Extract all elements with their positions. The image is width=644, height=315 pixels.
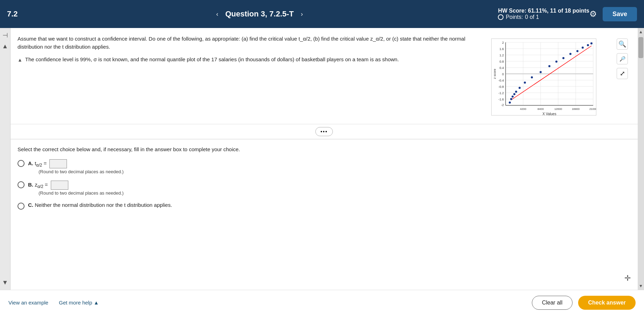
choice-a-prefix: A. [28, 160, 35, 166]
scroll-top-arrow[interactable]: ▲ [639, 28, 643, 36]
footer-right: Clear all Check answer [532, 296, 636, 310]
question-instruction: Assume that we want to construct a confi… [18, 35, 481, 51]
footer-left: View an example Get more help ▲ [8, 300, 99, 306]
zoom-out-icon[interactable]: 🔎 [617, 53, 628, 64]
svg-text:4200: 4200 [520, 107, 526, 111]
choice-c-prefix: C. [28, 202, 35, 208]
score-section: HW Score: 61.11%, 11 of 18 points Points… [498, 8, 589, 20]
question-panel: Assume that we want to construct a confi… [11, 28, 638, 290]
svg-text:16800: 16800 [572, 107, 580, 111]
svg-text:21000: 21000 [589, 107, 596, 111]
svg-text:z score: z score [493, 69, 496, 79]
svg-text:1.6: 1.6 [499, 47, 504, 51]
settings-icon[interactable]: ⚙ [589, 9, 597, 19]
svg-point-52 [590, 42, 592, 44]
section-label: 7.2 [7, 9, 35, 19]
t-alpha-subscript: α/2 [36, 163, 42, 168]
scroll-thumb[interactable] [638, 37, 643, 58]
save-button[interactable]: Save [603, 7, 637, 21]
svg-text:2: 2 [502, 41, 504, 44]
svg-line-35 [511, 46, 591, 100]
points-circle-icon [498, 14, 503, 20]
divider-section: ••• [11, 124, 638, 139]
svg-text:-0.8: -0.8 [498, 85, 504, 89]
triangle-marker-icon: ▲ [18, 56, 22, 64]
quantile-plot-chart: 2 1.6 1.2 0.8 0.4 0 -0.4 -0.8 -1.2 -1.6 … [491, 38, 596, 115]
radio-c[interactable] [18, 203, 25, 210]
svg-point-37 [510, 98, 512, 100]
svg-point-48 [569, 53, 571, 55]
prev-question-arrow[interactable]: ‹ [213, 9, 221, 19]
answer-instruction: Select the correct choice below and, if … [18, 146, 631, 152]
left-sidebar: ⊣ ▲ ▼ [0, 28, 11, 290]
question-condition: ▲ The confidence level is 99%, σ is not … [18, 56, 481, 64]
chart-container: 2 1.6 1.2 0.8 0.4 0 -0.4 -0.8 -1.2 -1.6 … [488, 35, 607, 120]
question-text-area: Assume that we want to construct a confi… [18, 35, 481, 120]
choice-b-label: B. zα/2 = [28, 182, 70, 188]
scroll-up-icon[interactable]: ▲ [2, 43, 8, 50]
svg-point-42 [524, 82, 526, 84]
svg-text:12600: 12600 [554, 107, 562, 111]
svg-text:-0.4: -0.4 [498, 79, 504, 82]
view-example-link[interactable]: View an example [8, 300, 48, 306]
radio-b[interactable] [18, 181, 25, 188]
choice-a-label: A. tα/2 = [28, 160, 68, 166]
svg-point-40 [515, 91, 517, 93]
choice-b-content: B. zα/2 = (Round to two decimal places a… [28, 181, 124, 196]
right-scrollbar: ▲ ▼ [638, 28, 644, 290]
choice-a-content: A. tα/2 = (Round to two decimal places a… [28, 159, 124, 174]
choice-b: B. zα/2 = (Round to two decimal places a… [18, 181, 631, 196]
clear-all-button[interactable]: Clear all [532, 296, 573, 310]
choice-c: C. Neither the normal distribution nor t… [18, 202, 631, 210]
header-right: ⚙ Save [589, 7, 637, 21]
zoom-in-icon[interactable]: 🔍 [617, 38, 628, 50]
move-icon[interactable]: ✛ [624, 274, 631, 283]
z-alpha-subscript: α/2 [37, 184, 43, 189]
choice-c-label: C. Neither the normal distribution nor t… [28, 202, 172, 208]
expand-icon[interactable]: ⤢ [617, 68, 628, 79]
svg-point-47 [562, 57, 564, 59]
points: Points: 0 of 1 [498, 14, 539, 20]
right-action-icons: 🔍 🔎 ⤢ [614, 35, 631, 120]
svg-point-44 [540, 71, 542, 73]
check-answer-button[interactable]: Check answer [578, 296, 636, 310]
svg-point-36 [509, 102, 511, 104]
footer: View an example Get more help ▲ Clear al… [0, 290, 644, 315]
choice-b-prefix: B. [28, 182, 35, 188]
hw-score: HW Score: 61.11%, 11 of 18 points [498, 8, 589, 14]
svg-text:-1.2: -1.2 [498, 91, 504, 95]
svg-text:-2: -2 [501, 103, 504, 107]
svg-point-41 [519, 87, 521, 89]
svg-point-38 [512, 96, 514, 98]
next-question-arrow[interactable]: › [298, 9, 306, 19]
scroll-bottom-arrow[interactable]: ▼ [639, 282, 643, 290]
svg-point-49 [576, 50, 578, 52]
svg-point-50 [582, 47, 584, 49]
svg-text:0.4: 0.4 [499, 66, 504, 70]
choice-a-hint: (Round to two decimal places as needed.) [39, 169, 124, 174]
content-area: ⊣ ▲ ▼ Assume that we want to construct a… [0, 28, 644, 290]
scroll-down-icon[interactable]: ▼ [2, 279, 8, 286]
svg-text:-1.6: -1.6 [498, 98, 504, 101]
choice-b-hint: (Round to two decimal places as needed.) [39, 190, 124, 196]
svg-text:0.8: 0.8 [499, 60, 504, 63]
svg-point-43 [531, 76, 533, 78]
svg-text:0: 0 [502, 72, 504, 76]
svg-point-46 [555, 61, 557, 63]
radio-a[interactable] [18, 160, 25, 167]
svg-text:1.2: 1.2 [499, 54, 504, 57]
answer-section: Select the correct choice below and, if … [11, 139, 638, 290]
expand-dots-button[interactable]: ••• [315, 127, 333, 136]
main-container: 7.2 ‹ Question 3, 7.2.5-T › HW Score: 61… [0, 0, 644, 315]
first-page-icon[interactable]: ⊣ [2, 31, 8, 39]
question-top: Assume that we want to construct a confi… [11, 28, 638, 124]
header-nav: ‹ Question 3, 7.2.5-T › [35, 9, 484, 19]
svg-point-45 [548, 65, 550, 67]
choice-a-input[interactable] [49, 159, 67, 168]
get-more-help-link[interactable]: Get more help ▲ [59, 300, 99, 306]
question-title: Question 3, 7.2.5-T [225, 9, 294, 19]
svg-point-39 [513, 93, 515, 95]
choice-a: A. tα/2 = (Round to two decimal places a… [18, 159, 631, 174]
svg-point-51 [587, 44, 589, 46]
choice-b-input[interactable] [51, 181, 68, 190]
